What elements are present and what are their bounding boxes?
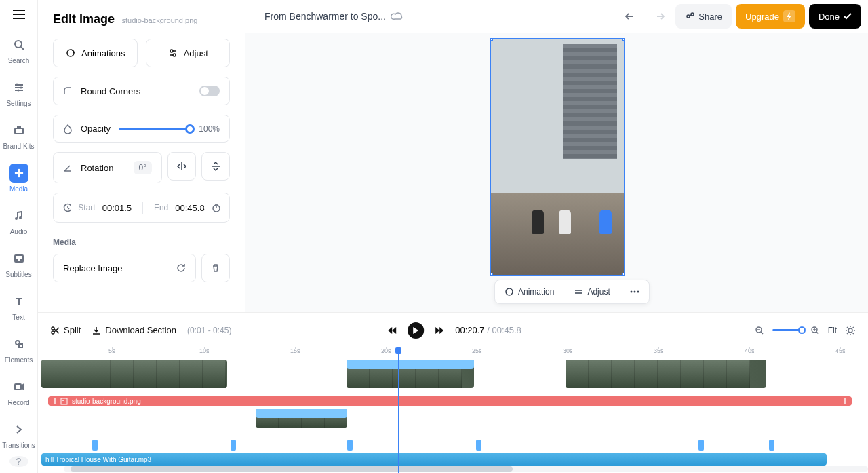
done-button[interactable]: Done: [809, 4, 861, 29]
flip-vertical-button[interactable]: [201, 152, 230, 181]
timeline-marker[interactable]: [769, 440, 774, 451]
scissors-icon: [50, 326, 60, 335]
svg-rect-7: [15, 255, 23, 262]
rail-transitions[interactable]: Transitions: [0, 413, 38, 456]
video-track-2[interactable]: [38, 409, 868, 437]
subtitles-icon: [9, 249, 28, 268]
animation-icon: [505, 287, 514, 297]
delete-image-button[interactable]: [201, 254, 230, 282]
settings-icon[interactable]: [845, 325, 856, 336]
svg-point-18: [506, 288, 513, 295]
end-time[interactable]: 00:45.8: [175, 203, 204, 213]
svg-point-26: [848, 328, 852, 333]
share-icon: [685, 12, 694, 21]
download-section-button[interactable]: Download Section: [92, 325, 176, 335]
stopwatch-icon[interactable]: [212, 203, 220, 212]
audio-clip[interactable]: hill Tropical House With Guitar.mp3: [41, 453, 827, 466]
zoom-in-icon[interactable]: [810, 326, 820, 335]
animations-tab[interactable]: Animations: [53, 39, 138, 67]
round-corners-toggle[interactable]: [199, 86, 220, 96]
rotation-value[interactable]: 0°: [134, 161, 152, 174]
rail-settings[interactable]: Settings: [0, 71, 38, 114]
video-clip[interactable]: [566, 360, 766, 388]
undo-button[interactable]: [618, 4, 643, 29]
edit-panel: Edit Image studio-background.png Animati…: [38, 0, 245, 312]
corner-icon: [63, 86, 73, 96]
audio-track[interactable]: hill Tropical House With Guitar.mp3: [38, 453, 868, 466]
project-title[interactable]: From Benchwarmer to Spo...: [264, 11, 386, 22]
share-button[interactable]: Share: [675, 4, 732, 29]
sliders-icon: [9, 78, 28, 97]
image-clip[interactable]: studio-background.png: [48, 396, 852, 406]
text-icon: [9, 292, 28, 311]
image-icon: [60, 398, 68, 405]
opacity-icon: [63, 124, 73, 134]
timeline-marker[interactable]: [347, 440, 353, 451]
panel-filename: studio-background.png: [121, 16, 197, 24]
rail-audio[interactable]: Audio: [0, 200, 38, 242]
timeline[interactable]: 5s 10s 15s 20s 25s 30s 35s 40s 45s studi…: [38, 347, 868, 473]
clip-selection[interactable]: [347, 360, 474, 369]
replace-image-button[interactable]: Replace Image: [53, 254, 196, 282]
download-range: (0:01 - 0:45): [187, 326, 231, 335]
flip-horizontal-button[interactable]: [167, 152, 196, 181]
timeline-marker[interactable]: [476, 440, 481, 451]
rewind-button[interactable]: [384, 323, 399, 338]
context-toolbar: Animation Adjust: [494, 280, 650, 304]
zoom-slider[interactable]: [772, 329, 802, 331]
shapes-icon: [9, 335, 28, 354]
clip-grip-left[interactable]: [54, 398, 56, 404]
forward-button[interactable]: [432, 323, 447, 338]
video-track-1[interactable]: [38, 360, 868, 388]
flip-h-icon: [176, 161, 187, 172]
clip-selection[interactable]: [256, 409, 347, 418]
video-clip[interactable]: [41, 360, 227, 388]
svg-rect-4: [15, 128, 23, 134]
cloud-sync-icon[interactable]: [391, 12, 403, 21]
menu-icon[interactable]: [9, 10, 28, 19]
music-icon: [9, 206, 28, 225]
opacity-value: 100%: [199, 124, 220, 134]
rail-text[interactable]: Text: [0, 285, 38, 328]
svg-point-22: [52, 327, 54, 330]
rail-elements[interactable]: Elements: [0, 328, 38, 371]
fit-button[interactable]: Fit: [828, 326, 837, 335]
check-icon: [844, 13, 852, 20]
clock-icon: [63, 203, 71, 212]
timeline-marker[interactable]: [231, 440, 236, 451]
opacity-slider[interactable]: [119, 128, 191, 130]
svg-point-0: [15, 41, 22, 48]
adjust-tab[interactable]: Adjust: [146, 39, 231, 67]
refresh-icon: [176, 263, 186, 273]
camera-icon: [9, 377, 28, 396]
redo-button[interactable]: [647, 4, 671, 29]
timeline-marker[interactable]: [92, 440, 98, 451]
split-button[interactable]: Split: [50, 325, 81, 335]
upgrade-button[interactable]: Upgrade: [736, 4, 805, 29]
opacity-row: Opacity 100%: [53, 115, 230, 143]
rail-brand-kits[interactable]: Brand Kits: [0, 114, 38, 157]
preview-area[interactable]: Animation Adjust: [245, 33, 868, 312]
timeline-marker[interactable]: [698, 440, 704, 451]
help-icon[interactable]: ?: [9, 456, 28, 467]
rail-record[interactable]: Record: [0, 371, 38, 413]
play-button[interactable]: [408, 322, 424, 339]
clip-grip-right[interactable]: [844, 398, 846, 404]
image-track[interactable]: studio-background.png: [38, 396, 868, 406]
rail-search[interactable]: Search: [0, 29, 38, 71]
scrollbar-thumb[interactable]: [71, 466, 513, 472]
rail-subtitles[interactable]: Subtitles: [0, 242, 38, 285]
zoom-out-icon[interactable]: [755, 326, 764, 335]
rail-media[interactable]: Media: [0, 157, 38, 200]
start-time[interactable]: 00:01.5: [102, 203, 132, 213]
playhead[interactable]: [398, 347, 399, 473]
preview-frame[interactable]: [490, 38, 625, 276]
ctx-more-button[interactable]: [620, 280, 649, 303]
more-icon: [630, 290, 639, 293]
playback-time: 00:20.7 / 00:45.8: [455, 325, 521, 335]
ctx-animation-button[interactable]: Animation: [495, 280, 564, 303]
timeline-ruler[interactable]: 5s 10s 15s 20s 25s 30s 35s 40s 45s: [38, 347, 868, 357]
marker-track[interactable]: [38, 440, 868, 452]
ctx-adjust-button[interactable]: Adjust: [564, 280, 619, 303]
timeline-scrollbar[interactable]: [64, 466, 868, 472]
